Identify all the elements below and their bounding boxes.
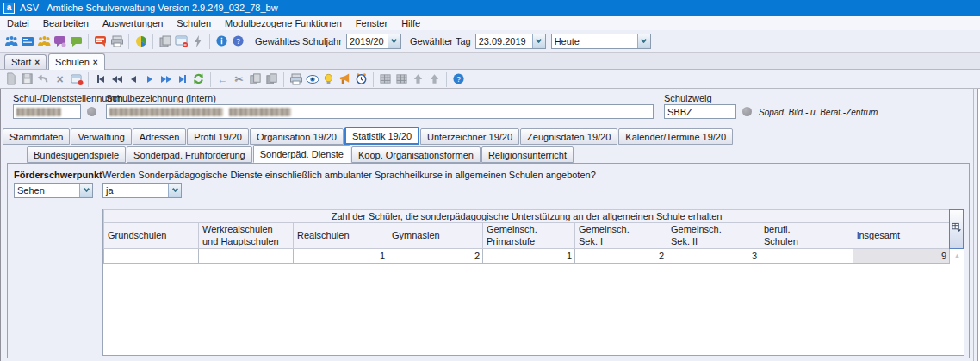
reminder-clock-icon[interactable] — [353, 72, 369, 86]
foerderschwerpunkt-dropdown-button[interactable] — [79, 184, 92, 197]
cell-grundschulen[interactable] — [104, 249, 199, 264]
staff-icon[interactable] — [35, 34, 52, 48]
close-icon[interactable]: × — [34, 58, 40, 67]
foerderschwerpunkt-combo[interactable]: Sehen — [14, 183, 93, 198]
cell-gymnasien[interactable]: 2 — [388, 249, 483, 264]
column-chooser-icon — [952, 222, 961, 232]
menu-datei[interactable]: Datei — [0, 16, 36, 30]
cell-berufl-schulen[interactable] — [760, 249, 853, 264]
table-grid-icon[interactable] — [377, 72, 394, 86]
fast-forward-icon[interactable] — [158, 72, 174, 86]
tag-combo[interactable]: 23.09.2019 — [475, 34, 546, 49]
tab-sonderpaed-fruehfoerderung[interactable]: Sonderpäd. Frühförderung — [127, 146, 252, 163]
tab-profil[interactable]: Profil 19/20 — [187, 128, 249, 145]
schulzweig-field[interactable]: SBBZ — [664, 104, 736, 119]
cell-gemeinsch-primarstufe[interactable]: 1 — [483, 249, 575, 264]
tag-dropdown-button[interactable] — [532, 34, 545, 48]
tab-statistik[interactable]: Statistik 19/20 — [344, 127, 419, 145]
print-queue-icon[interactable] — [109, 34, 125, 48]
delete-record-icon[interactable]: × — [52, 72, 68, 86]
edit-form-icon[interactable] — [68, 72, 84, 86]
cell-gemeinsch-sek2[interactable]: 3 — [667, 249, 760, 264]
document-tab-strip: Start × Schulen × — [0, 53, 980, 70]
help-icon[interactable]: ? — [450, 72, 467, 86]
last-record-icon[interactable] — [174, 72, 190, 86]
zeitraum-combo[interactable]: Heute — [551, 34, 651, 49]
first-record-icon[interactable] — [92, 72, 109, 86]
cut-icon[interactable]: ✂ — [231, 72, 247, 86]
tab-verwaltung[interactable]: Verwaltung — [71, 128, 131, 145]
back-arrow-icon[interactable]: ← — [214, 72, 231, 86]
prev-record-icon[interactable] — [125, 72, 141, 86]
help-circle-icon[interactable]: ? — [230, 34, 246, 48]
table-grid-icon[interactable] — [394, 72, 410, 86]
table-row: 1 2 1 2 3 9 — [104, 249, 950, 264]
board-icon[interactable] — [68, 34, 84, 48]
tab-bundesjugendspiele[interactable]: Bundesjugendspiele — [27, 146, 126, 163]
schuljahr-dropdown-button[interactable] — [388, 34, 400, 48]
tab-organisation[interactable]: Organisation 19/20 — [250, 128, 344, 145]
foerderschwerpunkt-value: Sehen — [15, 184, 79, 197]
tab-schulen[interactable]: Schulen × — [48, 53, 105, 70]
print-icon[interactable] — [288, 72, 304, 86]
dienste-angeboten-dropdown-button[interactable] — [168, 184, 181, 197]
column-chooser-button[interactable] — [949, 209, 964, 249]
tab-stammdaten[interactable]: Stammdaten — [3, 128, 70, 145]
refresh-icon[interactable] — [190, 72, 207, 86]
schulnummer-field[interactable] — [13, 104, 81, 119]
next-record-icon[interactable] — [141, 72, 158, 86]
scroll-up-icon[interactable]: ▲ — [953, 252, 961, 260]
tab-sonderpaed-dienste[interactable]: Sonderpäd. Dienste — [253, 145, 350, 163]
tab-kalender-termine[interactable]: Kalender/Termine 19/20 — [618, 128, 733, 145]
support-chat-icon[interactable] — [92, 34, 109, 48]
messages-icon[interactable] — [52, 34, 68, 48]
application-window: a ASV - Amtliche Schulverwaltung Version… — [0, 0, 980, 361]
close-icon[interactable]: × — [93, 58, 98, 67]
arrow-up-icon[interactable] — [426, 72, 443, 86]
modules-icon[interactable] — [157, 34, 173, 48]
menu-auswertungen[interactable]: Auswertungen — [96, 16, 170, 30]
save-record-icon[interactable] — [19, 72, 35, 86]
notify-horn-icon[interactable] — [337, 72, 353, 86]
actions-bolt-icon[interactable] — [189, 34, 206, 48]
students-icon[interactable] — [3, 34, 19, 48]
menu-schulen[interactable]: Schulen — [170, 16, 218, 30]
undo-icon[interactable] — [35, 72, 52, 86]
preview-eye-icon[interactable] — [304, 72, 320, 86]
new-record-icon[interactable] — [3, 72, 19, 86]
tab-religionsunterricht[interactable]: Religionsunterricht — [481, 146, 574, 163]
statistics-pie-icon[interactable] — [133, 34, 149, 48]
redacted-text — [229, 108, 291, 116]
copy-icon[interactable] — [247, 72, 264, 86]
cell-realschulen[interactable]: 1 — [294, 249, 388, 264]
school-card-icon[interactable] — [19, 34, 35, 48]
svg-text:?: ? — [456, 75, 461, 84]
tab-unterzeichner[interactable]: Unterzeichner 19/20 — [420, 128, 519, 145]
tab-start[interactable]: Start × — [4, 54, 47, 69]
menu-bearbeiten[interactable]: Bearbeiten — [36, 16, 96, 30]
cell-werkrealschulen[interactable] — [199, 249, 294, 264]
dienste-angeboten-combo[interactable]: ja — [102, 183, 182, 198]
schulbezeichnung-field[interactable] — [106, 104, 654, 119]
schuljahr-combo[interactable]: 2019/20 — [346, 34, 401, 49]
fast-back-icon[interactable] — [109, 72, 125, 86]
dienste-angeboten-value: ja — [103, 184, 168, 197]
cell-gemeinsch-sek1[interactable]: 2 — [575, 249, 667, 264]
tab-adressen[interactable]: Adressen — [133, 128, 186, 145]
menu-hilfe[interactable]: Hilfe — [394, 16, 427, 30]
main-tab-bar: Stammdaten Verwaltung Adressen Profil 19… — [3, 127, 734, 145]
redacted-text — [109, 108, 223, 116]
hint-bulb-icon[interactable] — [320, 72, 337, 86]
arrow-up-icon[interactable] — [410, 72, 426, 86]
tab-zeugnisdaten[interactable]: Zeugnisdaten 19/20 — [520, 128, 617, 145]
paste-icon[interactable] — [264, 72, 280, 86]
tab-koop-organisationsformen[interactable]: Koop. Organisationsformen — [351, 146, 481, 163]
redacted-text — [16, 108, 61, 116]
zeitraum-dropdown-button[interactable] — [637, 34, 650, 48]
menu-modulbezogene-funktionen[interactable]: Modulbezogene Funktionen — [218, 16, 349, 30]
close-window-icon[interactable] — [173, 34, 189, 48]
chevron-down-icon — [83, 186, 89, 192]
menu-fenster[interactable]: Fenster — [349, 16, 394, 30]
info-icon[interactable] — [214, 34, 230, 48]
tag-value: 23.09.2019 — [476, 34, 532, 48]
